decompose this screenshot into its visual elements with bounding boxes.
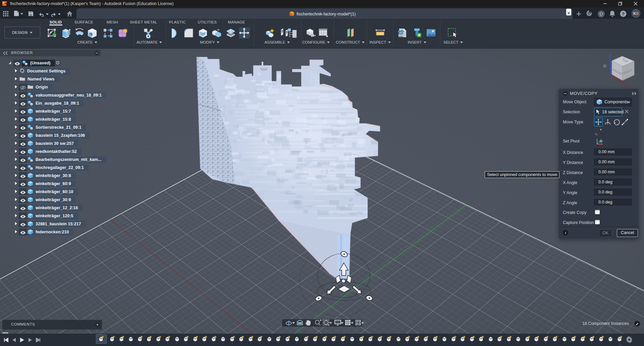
svg-text:X: X (627, 84, 630, 89)
svg-text:SVG: SVG (398, 34, 404, 37)
svg-text:Z: Z (609, 54, 611, 59)
svg-text:?: ? (622, 11, 625, 16)
